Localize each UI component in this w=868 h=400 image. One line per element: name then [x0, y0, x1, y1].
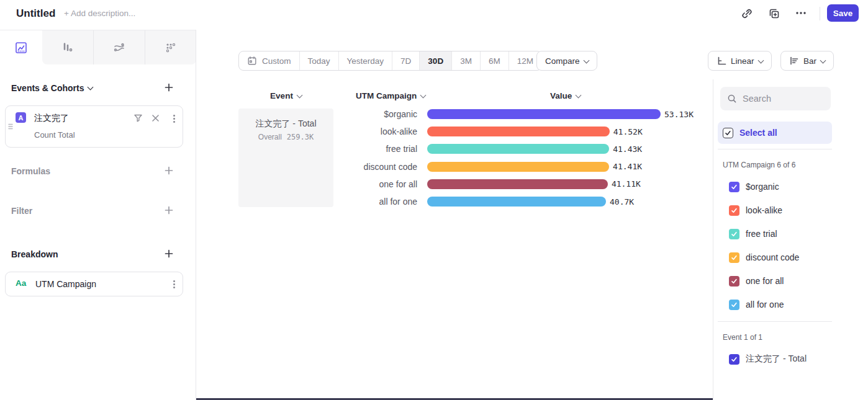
select-all-checkbox[interactable] — [723, 128, 733, 138]
legend-event-item-row[interactable]: 注文完了 - Total — [718, 347, 832, 371]
legend-item-look-alike-row[interactable]: look-alike — [718, 198, 832, 222]
bar-row: look-alike41.52K — [238, 123, 710, 140]
formulas-header: Formulas — [11, 166, 50, 176]
bar-chart-icon — [61, 41, 75, 55]
date-range-30d[interactable]: 30D — [419, 51, 451, 70]
date-range-custom[interactable]: Custom — [239, 51, 299, 70]
insights-report-page: Untitled + Add description... Save — [0, 0, 868, 400]
filter-header: Filter — [11, 206, 32, 216]
legend-divider — [713, 79, 713, 400]
column-header-value[interactable]: Value — [550, 91, 581, 100]
legend-item-discount-code-checkbox[interactable] — [729, 252, 739, 263]
add-formula-button[interactable] — [163, 165, 174, 176]
chart-type-tabbar — [0, 30, 196, 64]
legend-item--organic-label: $organic — [746, 182, 779, 192]
sidebar-divider — [196, 30, 196, 400]
date-range-today[interactable]: Today — [299, 51, 338, 70]
bar--organic[interactable] — [427, 109, 661, 119]
date-range-label: Today — [308, 56, 330, 66]
bar-all-for-one[interactable] — [427, 197, 606, 207]
event-column-label: Event — [270, 91, 293, 100]
linear-axis-icon — [717, 56, 726, 66]
check-icon — [731, 278, 738, 285]
date-range-yesterday[interactable]: Yesterday — [338, 51, 392, 70]
add-description[interactable]: + Add description... — [64, 9, 135, 18]
legend-item--organic-row[interactable]: $organic — [718, 175, 832, 198]
column-header-breakdown[interactable]: UTM Campaign — [356, 91, 425, 100]
search-icon — [727, 94, 737, 104]
date-range-label: Yesterday — [347, 56, 384, 66]
chevron-down-icon — [820, 57, 826, 63]
save-button[interactable]: Save — [827, 4, 859, 22]
more-options-icon[interactable] — [795, 9, 807, 22]
legend-item-all-for-one-label: all for one — [746, 300, 784, 309]
select-all-row[interactable]: Select all — [718, 122, 832, 144]
breakdown-column-label: UTM Campaign — [356, 91, 417, 100]
compare-label: Compare — [545, 56, 580, 66]
add-filter-button[interactable] — [163, 205, 174, 216]
drag-handle-icon[interactable] — [7, 122, 14, 133]
legend-item-free-trial-row[interactable]: free trial — [718, 222, 832, 246]
breakdown-kebab-icon[interactable] — [170, 279, 179, 288]
search-input[interactable] — [743, 94, 817, 104]
bar-look-alike[interactable] — [427, 127, 610, 136]
date-range-6m[interactable]: 6M — [480, 51, 509, 70]
event-name[interactable]: 注文完了 — [34, 113, 69, 124]
bar-category-label: free trial — [238, 144, 427, 154]
legend-item-all-for-one-checkbox[interactable] — [729, 300, 739, 310]
line-chart-icon — [14, 41, 28, 55]
filter-funnel-icon[interactable] — [133, 113, 143, 123]
check-icon — [731, 301, 738, 308]
legend-section-divider — [718, 149, 832, 149]
chevron-down-icon — [757, 57, 764, 63]
column-header-event[interactable]: Event — [238, 91, 333, 100]
dots-grid-icon — [164, 41, 178, 55]
breakdown-card[interactable]: Aa UTM Campaign — [5, 272, 183, 296]
legend-item--organic-checkbox[interactable] — [729, 182, 739, 192]
events-cohorts-header[interactable]: Events & Cohorts — [11, 83, 93, 93]
legend-item-all-for-one-row[interactable]: all for one — [718, 293, 832, 316]
legend-item-one-for-all-row[interactable]: one for all — [718, 269, 832, 293]
calendar-icon — [247, 56, 257, 66]
bar-row: one for all41.11K — [238, 176, 710, 193]
event-kebab-icon[interactable] — [170, 113, 179, 123]
date-range-7d[interactable]: 7D — [392, 51, 419, 70]
legend-item-free-trial-label: free trial — [746, 229, 777, 239]
chart-style-selector-button[interactable]: Bar — [780, 51, 834, 71]
report-title[interactable]: Untitled — [16, 7, 55, 20]
bar-free-trial[interactable] — [427, 144, 609, 154]
scale-selector-button[interactable]: Linear — [708, 51, 772, 71]
formulas-label: Formulas — [11, 166, 50, 176]
bar-chart: $organic53.13Klook-alike41.52Kfree trial… — [238, 105, 710, 210]
legend-item-one-for-all-checkbox[interactable] — [729, 276, 739, 287]
tab-retention[interactable] — [145, 30, 196, 64]
bar-row: all for one40.7K — [238, 193, 710, 210]
link-icon[interactable] — [741, 7, 753, 20]
legend-item-discount-code-row[interactable]: discount code — [718, 246, 832, 269]
check-icon — [725, 130, 731, 136]
add-event-button[interactable] — [163, 82, 174, 93]
remove-event-icon[interactable] — [151, 113, 160, 123]
tab-insights-line[interactable] — [0, 30, 42, 64]
legend-event-item-label: 注文完了 - Total — [746, 353, 807, 365]
bar-one-for-all[interactable] — [427, 179, 608, 189]
bar-discount-code[interactable] — [427, 162, 609, 172]
bar-row: free trial41.43K — [238, 140, 710, 158]
legend-event-items: 注文完了 - Total — [718, 347, 832, 371]
compare-button[interactable]: Compare — [536, 51, 597, 71]
select-all-label: Select all — [739, 128, 777, 138]
legend-event-item-checkbox[interactable] — [729, 354, 739, 365]
duplicate-icon[interactable] — [768, 7, 780, 20]
event-aggregation[interactable]: Count Total — [34, 130, 75, 140]
add-breakdown-button[interactable] — [163, 248, 174, 259]
tab-flows[interactable] — [93, 30, 145, 64]
date-range-3m[interactable]: 3M — [451, 51, 480, 70]
tab-bar-chart[interactable] — [42, 30, 93, 64]
legend-item-free-trial-checkbox[interactable] — [729, 229, 739, 239]
legend-group-breakdown-label: UTM Campaign 6 of 6 — [723, 161, 795, 169]
legend-search[interactable] — [720, 87, 831, 110]
breakdown-property-name[interactable]: UTM Campaign — [35, 279, 96, 289]
legend-item-look-alike-checkbox[interactable] — [729, 205, 739, 216]
event-card[interactable]: A 注文完了 Count Total — [5, 105, 183, 148]
bar-value-label: 41.43K — [613, 144, 642, 154]
